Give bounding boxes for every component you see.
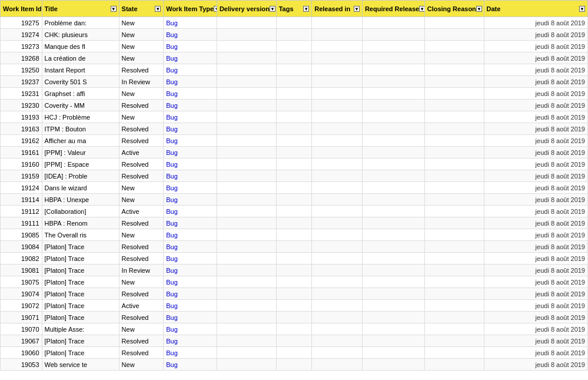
col-tags-label: Tags [279,5,294,12]
table-row[interactable]: 19053Web service teNewBugjeudi 8 août 20… [1,359,588,371]
table-row[interactable]: 19081[Platon] TraceIn ReviewBugjeudi 8 a… [1,265,588,276]
table-row[interactable]: 19070Multiple Asse:NewBugjeudi 8 août 20… [1,323,588,335]
col-header-date[interactable]: Date ▼ [484,1,587,17]
table-row[interactable]: 19075[Platon] TraceNewBugjeudi 8 août 20… [1,276,588,288]
table-row[interactable]: 19161[PPM] : ValeurActiveBugjeudi 8 août… [1,147,588,158]
cell-state: New [119,229,164,241]
cell-closing [424,76,484,88]
cell-delivery [217,64,276,76]
cell-delivery [217,359,276,371]
cell-title: HCJ : Problème [42,111,119,123]
table-row[interactable]: 19060[Platon] TraceResolvedBugjeudi 8 ao… [1,347,588,359]
filter-tags-icon[interactable]: ▼ [303,6,309,12]
table-row[interactable]: 19268La création deNewBugjeudi 8 août 20… [1,52,588,64]
table-row[interactable]: 19112[Collaboration]ActiveBugjeudi 8 aoû… [1,206,588,217]
table-row[interactable]: 19163ITPM : BoutonResolvedBugjeudi 8 aoû… [1,123,588,135]
cell-date: jeudi 8 août 2019 [484,335,587,347]
col-header-released[interactable]: Released in ▼ [312,1,363,17]
cell-date: jeudi 8 août 2019 [484,241,587,253]
table-row[interactable]: 19237Coverity 501 SIn ReviewBugjeudi 8 a… [1,76,588,88]
cell-tags [276,100,311,111]
cell-type: Bug [164,64,217,76]
cell-title: Coverity 501 S [42,76,119,88]
table-row[interactable]: 19124Dans le wizardNewBugjeudi 8 août 20… [1,182,588,194]
table-row[interactable]: 19071[Platon] TraceResolvedBugjeudi 8 ao… [1,312,588,323]
cell-date: jeudi 8 août 2019 [484,17,587,29]
cell-date: jeudi 8 août 2019 [484,88,587,100]
cell-delivery [217,347,276,359]
cell-delivery [217,229,276,241]
table-row[interactable]: 19159[IDEA] : ProbleResolvedBugjeudi 8 a… [1,170,588,182]
cell-closing [424,312,484,323]
col-header-delivery[interactable]: Delivery version ▼ [217,1,276,17]
cell-date: jeudi 8 août 2019 [484,288,587,300]
cell-title: [Collaboration] [42,206,119,217]
cell-title: HBPA : Renom [42,217,119,229]
cell-title: Manque des fl [42,41,119,52]
table-row[interactable]: 19084[Platon] TraceResolvedBugjeudi 8 ao… [1,241,588,253]
col-header-type[interactable]: Work Item Type ▼ [164,1,217,17]
cell-required [362,170,424,182]
cell-date: jeudi 8 août 2019 [484,100,587,111]
table-row[interactable]: 19193HCJ : ProblèmeNewBugjeudi 8 août 20… [1,111,588,123]
cell-title: The Overall ris [42,229,119,241]
filter-title-icon[interactable]: ▼ [111,6,117,12]
cell-required [362,276,424,288]
table-row[interactable]: 19114HBPA : UnexpeNewBugjeudi 8 août 201… [1,194,588,206]
table-row[interactable]: 19230Coverity - MMResolvedBugjeudi 8 aoû… [1,100,588,111]
table-row[interactable]: 19275Problème dan:NewBugjeudi 8 août 201… [1,17,588,29]
cell-closing [424,217,484,229]
table-row[interactable]: 19274CHK: plusieursNewBugjeudi 8 août 20… [1,29,588,41]
table-row[interactable]: 19082[Platon] TraceResolvedBugjeudi 8 ao… [1,253,588,265]
cell-state: New [119,359,164,371]
filter-closing-icon[interactable]: ▼ [476,6,482,12]
table-row[interactable]: 19072[Platon] TraceActiveBugjeudi 8 août… [1,300,588,312]
filter-delivery-icon[interactable]: ▼ [270,6,275,12]
cell-required [362,17,424,29]
table-row[interactable]: 19111HBPA : RenomResolvedBugjeudi 8 août… [1,217,588,229]
filter-date-icon[interactable]: ▼ [579,6,585,12]
filter-state-icon[interactable]: ▼ [155,6,161,12]
table-row[interactable]: 19160[PPM] : EspaceResolvedBugjeudi 8 ao… [1,158,588,170]
cell-state: New [119,194,164,206]
cell-required [362,323,424,335]
cell-type: Bug [164,52,217,64]
col-header-state[interactable]: State ▼ [119,1,164,17]
cell-id: 19124 [1,182,42,194]
cell-closing [424,88,484,100]
filter-required-icon[interactable]: ▼ [419,6,424,12]
work-items-table: Work Item Id ▼ ▼ Title ▼ State ▼ [0,0,588,371]
cell-state: Resolved [119,288,164,300]
cell-tags [276,323,311,335]
cell-title: [IDEA] : Proble [42,170,119,182]
cell-required [362,229,424,241]
table-row[interactable]: 19074[Platon] TraceResolvedBugjeudi 8 ao… [1,288,588,300]
filter-released-icon[interactable]: ▼ [354,6,360,12]
col-header-title[interactable]: Title ▼ [42,1,119,17]
cell-required [362,135,424,147]
cell-type: Bug [164,123,217,135]
table-row[interactable]: 19250Instant ReportResolvedBugjeudi 8 ao… [1,64,588,76]
cell-released [312,52,363,64]
cell-delivery [217,217,276,229]
table-row[interactable]: 19085The Overall risNewBugjeudi 8 août 2… [1,229,588,241]
cell-id: 19070 [1,323,42,335]
table-row[interactable]: 19231Graphset : affiNewBugjeudi 8 août 2… [1,88,588,100]
cell-tags [276,111,311,123]
col-header-tags[interactable]: Tags ▼ [276,1,311,17]
cell-required [362,194,424,206]
col-header-required[interactable]: Required Release ▼ [362,1,424,17]
col-header-id[interactable]: Work Item Id ▼ ▼ [1,1,42,17]
cell-type: Bug [164,170,217,182]
table-row[interactable]: 19273Manque des flNewBugjeudi 8 août 201… [1,41,588,52]
table-row[interactable]: 19067[Platon] TraceResolvedBugjeudi 8 ao… [1,335,588,347]
cell-state: Resolved [119,335,164,347]
cell-id: 19084 [1,241,42,253]
table-row[interactable]: 19162Afficher au maResolvedBugjeudi 8 ao… [1,135,588,147]
cell-date: jeudi 8 août 2019 [484,312,587,323]
cell-title: La création de [42,52,119,64]
cell-title: Afficher au ma [42,135,119,147]
cell-id: 19112 [1,206,42,217]
col-header-closing[interactable]: Closing Reason ▼ [424,1,484,17]
cell-date: jeudi 8 août 2019 [484,170,587,182]
